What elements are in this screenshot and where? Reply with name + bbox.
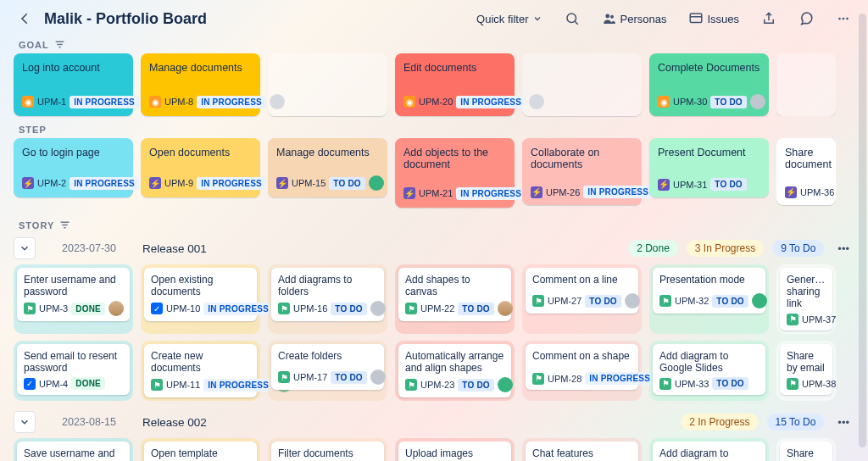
step-card[interactable]: Present Document⚡UPM-31TO DO [649,138,769,197]
story-title: Add diagram to Confluence [659,447,759,461]
step-card[interactable]: Manage documents⚡UPM-15TO DO [268,138,387,197]
share-button[interactable] [756,8,782,30]
count-inprogress[interactable]: 3 In Progress [687,240,764,257]
count-todo[interactable]: 15 To Do [767,414,825,430]
status-pill: TO DO [710,96,746,108]
story-row: Send email to resent password✓UPM-4DONEC… [0,341,868,408]
avatar [369,175,384,191]
story-title: Send email to resent password [24,350,123,374]
story-card[interactable]: Share by email⚑UPM-38TO DO [780,344,832,395]
avatar [625,293,640,308]
quick-filter-dropdown[interactable]: Quick filter [471,9,547,29]
issue-key: UPM-9 [164,178,193,188]
goal-title: Manage documents [149,62,252,74]
story-title: Add shapes to canvas [405,274,504,297]
issue-key: UPM-15 [292,178,326,188]
step-card[interactable]: Add objects to the document⚡UPM-21IN PRO… [395,138,515,208]
status-pill: IN PROGRESS [456,187,526,200]
step-title: Add objects to the document [403,147,506,170]
story-card[interactable]: Send email to resent password✓UPM-4DONE [17,344,130,395]
issues-button[interactable]: Issues [683,8,744,30]
collapse-toggle[interactable] [14,411,36,433]
story-card[interactable]: Enter username and password⚑UPM-3DONE [17,268,130,321]
story-title: Presentation mode [659,274,759,286]
story-title: Create folders [278,350,377,362]
story-row: Enter username and password⚑UPM-3DONEOpe… [0,264,868,341]
chevron-down-icon [532,14,542,24]
goal-card[interactable] [268,53,387,116]
story-card[interactable]: Add diagram to Confluence⚑UPM-34TO DO [653,442,765,461]
release-more-button[interactable]: ••• [832,414,854,430]
step-title: Open documents [149,147,252,158]
flag-icon: ⚑ [278,371,290,383]
more-icon [836,11,851,26]
step-row: Go to login page⚡UPM-2IN PROGRESSOpen do… [0,138,868,214]
search-button[interactable] [559,8,585,30]
count-todo[interactable]: 9 To Do [772,240,824,257]
issue-key: UPM-32 [675,296,709,306]
story-card[interactable]: Share on social media⚑UPM-41TO DO [780,442,832,461]
more-menu-button[interactable] [831,8,856,30]
story-card[interactable]: Create new documents⚑UPM-11IN PROGRESS [144,344,257,397]
status-pill: TO DO [710,178,746,191]
goal-card[interactable]: Manage documents◉UPM-8IN PROGRESS [141,53,260,116]
story-title: Filter documents [278,447,377,459]
status-pill: DONE [71,377,105,390]
goal-card[interactable] [522,53,642,116]
back-button[interactable] [12,8,37,30]
story-card[interactable]: Comment on a shape⚑UPM-28IN PROGRESS [526,344,638,390]
bolt-icon: ⚡ [276,177,288,189]
flag-icon: ⚑ [405,303,417,314]
goal-card[interactable]: Log into account◉UPM-1IN PROGRESS [14,53,133,116]
feedback-button[interactable] [793,8,819,30]
goal-card[interactable]: Edit documents◉UPM-20IN PROGRESS [395,53,515,116]
story-card[interactable]: Open existing documents✓UPM-10IN PROGRES… [144,268,257,321]
step-card[interactable]: Collaborate on documents⚡UPM-26IN PROGRE… [522,138,642,205]
count-done[interactable]: 2 Done [628,240,678,257]
goal-card[interactable]: Complete Documents◉UPM-30TO DO [649,53,769,116]
issues-label: Issues [707,13,739,25]
status-pill: IN PROGRESS [197,96,266,108]
collapse-toggle[interactable] [14,237,36,259]
share-icon [761,11,776,26]
step-title: Present Document [658,147,760,158]
story-card[interactable]: Automatically arrange and align shapes⚑U… [398,344,511,397]
story-card[interactable]: Open template⚑UPM-12IN PROGRESS [144,442,257,461]
svg-rect-3 [691,14,703,23]
flag-icon: ⚑ [532,373,544,385]
story-card[interactable]: Chat features⚑UPM-29TO DO [526,442,638,461]
personas-button[interactable]: Personas [597,8,672,30]
issue-key: UPM-30 [673,97,707,107]
avatar [108,301,124,316]
svg-point-0 [567,14,576,23]
story-card[interactable]: Add shapes to canvas⚑UPM-22TO DO [398,268,511,321]
story-card[interactable]: Comment on a line⚑UPM-27TO DO [526,268,638,314]
issue-key: UPM-38 [802,379,836,389]
svg-point-2 [610,15,614,19]
story-card[interactable]: Generate sharing link⚑UPM-37TO DO [780,268,832,330]
story-card[interactable]: Save username and password⚑UPM-5IN PROGR… [17,442,130,461]
filter-icon[interactable] [59,219,70,230]
vertical-scrollbar[interactable] [859,14,866,447]
story-card[interactable]: Add diagram to Google Slides⚑UPM-33TO DO [653,344,765,395]
filter-icon[interactable] [54,39,65,50]
story-card[interactable]: Upload images⚑UPM-24TO DO [398,442,511,461]
story-title: Comment on a shape [532,350,632,362]
goal-card[interactable] [776,53,836,116]
step-card[interactable]: Go to login page⚡UPM-2IN PROGRESS [14,138,133,197]
goal-title: Log into account [22,62,125,74]
story-card[interactable]: Add diagrams to folders⚑UPM-16TO DO [271,268,384,321]
story-title: Open template [151,447,250,459]
count-inprogress[interactable]: 2 In Progress [681,414,758,430]
issue-key: UPM-20 [419,97,453,107]
check-icon: ✓ [151,303,163,314]
svg-point-4 [838,18,841,20]
issue-key: UPM-23 [420,380,454,390]
step-card[interactable]: Open documents⚡UPM-9IN PROGRESS [141,138,260,197]
story-card[interactable]: Create folders⚑UPM-17TO DO [271,344,384,390]
issue-key: UPM-3 [39,303,68,314]
story-card[interactable]: Filter documents⚑UPM-18TO DO [271,442,384,461]
release-more-button[interactable]: ••• [832,241,854,257]
step-card[interactable]: Share document⚡UPM-36TO DO [776,138,836,205]
story-card[interactable]: Presentation mode⚑UPM-32TO DO [653,268,765,314]
